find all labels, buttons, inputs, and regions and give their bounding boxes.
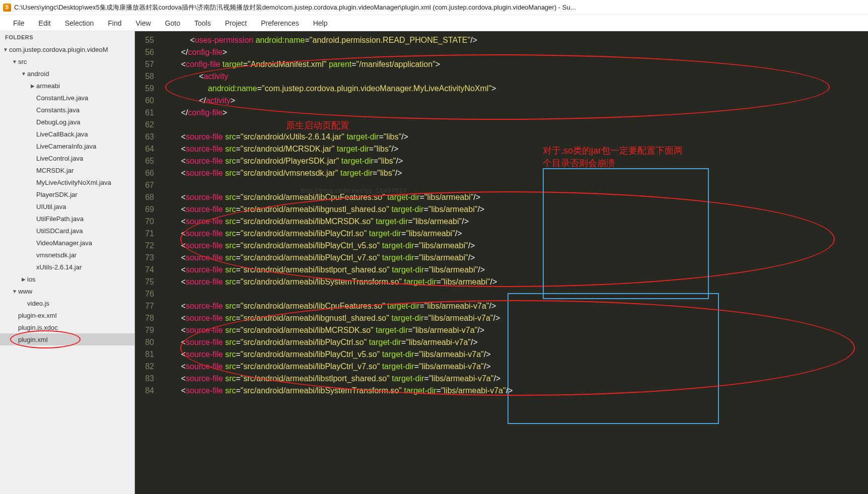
code-content[interactable]: <source-file src="src/android/armeabi/li…: [163, 216, 868, 228]
code-content[interactable]: <source-file src="src/android/armeabi/li…: [163, 276, 868, 288]
code-line[interactable]: 73 <source-file src="src/android/armeabi…: [135, 252, 868, 264]
tree-item-utilfilepath-java[interactable]: UtilFilePath.java: [0, 213, 134, 225]
tree-item-plugin-ex-xml[interactable]: plugin-ex.xml: [0, 309, 134, 321]
code-line[interactable]: 69 <source-file src="src/android/armeabi…: [135, 203, 868, 216]
code-content[interactable]: <source-file src="src/android/xUtils-2.6…: [163, 131, 868, 143]
menu-project[interactable]: Project: [218, 17, 254, 29]
code-line[interactable]: 55 <uses-permission android:name="androi…: [135, 34, 868, 46]
tree-item-livecamerainfo-java[interactable]: LiveCameraInfo.java: [0, 140, 134, 152]
tree-item-label: android: [27, 70, 49, 78]
code-line[interactable]: 76: [135, 288, 868, 300]
editor[interactable]: 55 <uses-permission android:name="androi…: [135, 31, 868, 494]
code-line[interactable]: 84 <source-file src="src/android/armeabi…: [135, 385, 868, 397]
tree-item-livecontrol-java[interactable]: LiveControl.java: [0, 152, 134, 164]
code-content[interactable]: </config-file>: [163, 46, 868, 58]
code-line[interactable]: 75 <source-file src="src/android/armeabi…: [135, 276, 868, 288]
code-content[interactable]: <source-file src="src/android/armeabi/li…: [163, 373, 868, 385]
code-line[interactable]: 65 <source-file src="src/android/PlayerS…: [135, 155, 868, 167]
code-content[interactable]: [163, 288, 868, 300]
tree-item-constantlive-java[interactable]: ConstantLive.java: [0, 92, 134, 104]
code-line[interactable]: 72 <source-file src="src/android/armeabi…: [135, 240, 868, 252]
menu-preferences[interactable]: Preferences: [254, 17, 306, 29]
code-line[interactable]: 62: [135, 119, 868, 131]
tree-item-com-justep-cordova-plugin-videom[interactable]: ▼com.justep.cordova.plugin.videoM: [0, 43, 134, 55]
code-line[interactable]: 64 <source-file src="src/android/MCRSDK.…: [135, 143, 868, 155]
tree-item-myliveactivitynoxml-java[interactable]: MyLiveActivityNoXml.java: [0, 176, 134, 188]
code-line[interactable]: 56 </config-file>: [135, 46, 868, 58]
tree-item-playersdk-jar[interactable]: PlayerSDK.jar: [0, 188, 134, 200]
code-content[interactable]: <source-file src="src/android/armeabi/li…: [163, 228, 868, 240]
code-line[interactable]: 57 <config-file target="AndroidManifest.…: [135, 58, 868, 70]
tree-item-plugin-js-xdoc[interactable]: plugin.js.xdoc: [0, 321, 134, 333]
code-content[interactable]: </config-file>: [163, 107, 868, 119]
code-content[interactable]: <uses-permission android:name="android.p…: [163, 34, 868, 46]
code-line[interactable]: 71 <source-file src="src/android/armeabi…: [135, 228, 868, 240]
code-area[interactable]: 55 <uses-permission android:name="androi…: [135, 31, 868, 494]
code-line[interactable]: 82 <source-file src="src/android/armeabi…: [135, 361, 868, 373]
tree-item-src[interactable]: ▼src: [0, 55, 134, 67]
tree-item-armeabi[interactable]: ▶armeabi: [0, 80, 134, 92]
code-content[interactable]: <source-file src="src/android/armeabi/li…: [163, 361, 868, 373]
code-content[interactable]: <activity: [163, 70, 868, 83]
code-content[interactable]: <source-file src="src/android/vmsnetsdk.…: [163, 167, 868, 179]
tree-item-plugin-xml[interactable]: plugin.xml: [0, 333, 134, 345]
code-line[interactable]: 59 android:name="com.justep.cordova.plug…: [135, 83, 868, 95]
code-line[interactable]: 60 </activity>: [135, 95, 868, 107]
code-line[interactable]: 77 <source-file src="src/android/armeabi…: [135, 300, 868, 312]
code-content[interactable]: <source-file src="src/android/MCRSDK.jar…: [163, 143, 868, 155]
code-line[interactable]: 78 <source-file src="src/android/armeabi…: [135, 312, 868, 324]
code-content[interactable]: <source-file src="src/android/armeabi/li…: [163, 240, 868, 252]
code-line[interactable]: 79 <source-file src="src/android/armeabi…: [135, 324, 868, 336]
code-line[interactable]: 74 <source-file src="src/android/armeabi…: [135, 264, 868, 276]
folder-tree[interactable]: ▼com.justep.cordova.plugin.videoM▼src▼an…: [0, 43, 134, 494]
code-line[interactable]: 70 <source-file src="src/android/armeabi…: [135, 216, 868, 228]
tree-item-video-js[interactable]: video.js: [0, 297, 134, 309]
menu-help[interactable]: Help: [306, 17, 335, 29]
code-line[interactable]: 61 </config-file>: [135, 107, 868, 119]
tree-item-label: src: [18, 58, 27, 65]
tree-item-utilsdcard-java[interactable]: UtilSDCard.java: [0, 225, 134, 237]
code-content[interactable]: <source-file src="src/android/armeabi/li…: [163, 324, 868, 336]
code-content[interactable]: <source-file src="src/android/armeabi/li…: [163, 312, 868, 324]
tree-item-xutils-2-6-14-jar[interactable]: xUtils-2.6.14.jar: [0, 261, 134, 273]
code-content[interactable]: <config-file target="AndroidManifest.xml…: [163, 58, 868, 70]
code-content[interactable]: [163, 179, 868, 191]
tree-item-uiutil-java[interactable]: UIUtil.java: [0, 200, 134, 213]
menu-selection[interactable]: Selection: [58, 17, 101, 29]
code-content[interactable]: <source-file src="src/android/armeabi/li…: [163, 191, 868, 203]
code-content[interactable]: <source-file src="src/android/armeabi/li…: [163, 252, 868, 264]
tree-item-android[interactable]: ▼android: [0, 67, 134, 80]
tree-item-mcrsdk-jar[interactable]: MCRSDK.jar: [0, 164, 134, 176]
code-content[interactable]: <source-file src="src/android/PlayerSDK.…: [163, 155, 868, 167]
tree-item-livecallback-java[interactable]: LiveCallBack.java: [0, 128, 134, 140]
code-line[interactable]: 58 <activity: [135, 70, 868, 83]
menu-tools[interactable]: Tools: [187, 17, 218, 29]
tree-item-debuglog-java[interactable]: DebugLog.java: [0, 116, 134, 128]
code-line[interactable]: 67: [135, 179, 868, 191]
menu-goto[interactable]: Goto: [158, 17, 187, 29]
code-content[interactable]: <source-file src="src/android/armeabi/li…: [163, 348, 868, 361]
tree-item-constants-java[interactable]: Constants.java: [0, 104, 134, 116]
menu-edit[interactable]: Edit: [32, 17, 58, 29]
menu-find[interactable]: Find: [101, 17, 128, 29]
tree-item-www[interactable]: ▼www: [0, 285, 134, 297]
tree-item-videomanager-java[interactable]: VideoManager.java: [0, 237, 134, 249]
code-content[interactable]: <source-file src="src/android/armeabi/li…: [163, 264, 868, 276]
tree-item-vmsnetsdk-jar[interactable]: vmsnetsdk.jar: [0, 249, 134, 261]
tree-item-ios[interactable]: ▶ios: [0, 273, 134, 285]
code-line[interactable]: 68 <source-file src="src/android/armeabi…: [135, 191, 868, 203]
code-content[interactable]: android:name="com.justep.cordova.plugin.…: [163, 83, 868, 95]
menu-file[interactable]: File: [6, 17, 32, 29]
code-content[interactable]: <source-file src="src/android/armeabi/li…: [163, 336, 868, 348]
code-line[interactable]: 83 <source-file src="src/android/armeabi…: [135, 373, 868, 385]
menu-view[interactable]: View: [129, 17, 158, 29]
code-line[interactable]: 66 <source-file src="src/android/vmsnets…: [135, 167, 868, 179]
code-line[interactable]: 63 <source-file src="src/android/xUtils-…: [135, 131, 868, 143]
code-content[interactable]: <source-file src="src/android/armeabi/li…: [163, 203, 868, 216]
code-content[interactable]: [163, 119, 868, 131]
code-content[interactable]: </activity>: [163, 95, 868, 107]
code-content[interactable]: <source-file src="src/android/armeabi/li…: [163, 385, 868, 397]
code-content[interactable]: <source-file src="src/android/armeabi/li…: [163, 300, 868, 312]
code-line[interactable]: 81 <source-file src="src/android/armeabi…: [135, 348, 868, 361]
code-line[interactable]: 80 <source-file src="src/android/armeabi…: [135, 336, 868, 348]
